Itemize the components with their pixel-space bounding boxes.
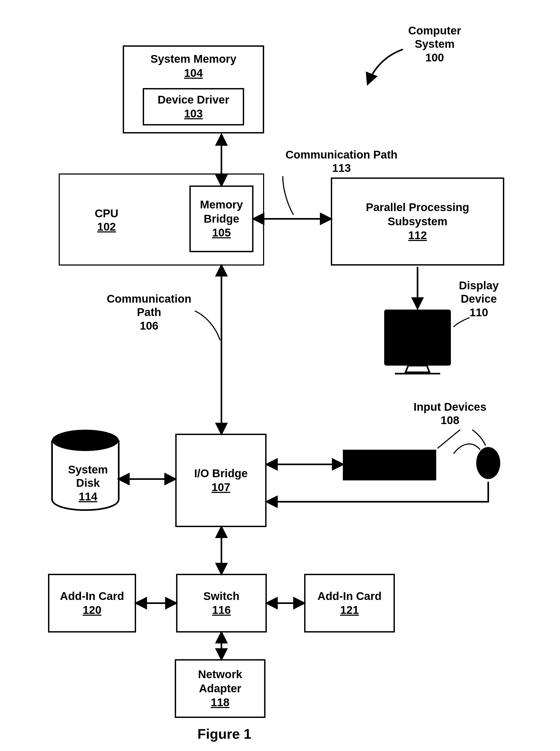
- addin-card-left-box: Add-In Card 120: [48, 574, 136, 633]
- addin-right-title: Add-In Card 121: [318, 589, 381, 617]
- input-devices-num: 108: [441, 414, 459, 427]
- svg-rect-4: [384, 310, 451, 365]
- memory-bridge-num: 105: [200, 226, 243, 240]
- switch-name: Switch: [203, 590, 239, 602]
- cpu-name: CPU: [95, 207, 118, 220]
- cpu-num: 102: [97, 220, 116, 233]
- svg-rect-5: [391, 316, 444, 359]
- comm-path-113-name: Communication Path: [285, 149, 398, 161]
- net-adapter-num: 118: [198, 695, 242, 710]
- network-adapter-title: Network Adapter 118: [198, 668, 242, 710]
- device-driver-box: Device Driver 103: [143, 88, 244, 125]
- addin-left-num: 120: [83, 604, 101, 616]
- addin-right-num: 121: [340, 604, 359, 616]
- addin-card-right-box: Add-In Card 121: [304, 574, 395, 633]
- system-disk-name1: System: [68, 463, 108, 476]
- comm-path-106-label: Communication Path 106: [107, 292, 191, 333]
- svg-point-15: [476, 447, 500, 479]
- display-device-name2: Device: [461, 293, 497, 305]
- comm-path-106-name2: Path: [137, 306, 161, 318]
- system-memory-num: 104: [184, 67, 203, 79]
- net-adapter-name2: Adapter: [198, 681, 242, 696]
- title-line1: Computer: [408, 24, 461, 37]
- system-memory-title: System Memory 104: [151, 52, 236, 80]
- arrows-overlay: [0, 0, 560, 751]
- switch-title: Switch 116: [203, 589, 239, 617]
- system-title-label: Computer System 100: [408, 24, 461, 64]
- io-bridge-num: 107: [212, 481, 230, 493]
- net-adapter-name1: Network: [198, 668, 242, 681]
- device-driver-title: Device Driver 103: [158, 93, 229, 121]
- pps-name1: Parallel Processing: [366, 200, 469, 215]
- input-devices-name: Input Devices: [414, 400, 486, 413]
- comm-path-106-name1: Communication: [107, 293, 191, 305]
- network-adapter-box: Network Adapter 118: [175, 659, 265, 718]
- input-devices-label: Input Devices 108: [414, 400, 486, 427]
- pps-num: 112: [366, 229, 469, 243]
- memory-bridge-name2: Bridge: [200, 212, 243, 226]
- memory-bridge-title: Memory Bridge 105: [200, 198, 243, 240]
- io-bridge-title: I/O Bridge 107: [194, 467, 248, 495]
- cpu-label: CPU 102: [95, 207, 118, 234]
- switch-box: Switch 116: [176, 574, 267, 633]
- comm-path-113-num: 113: [332, 162, 351, 174]
- svg-rect-10: [343, 450, 436, 480]
- addin-left-name: Add-In Card: [60, 590, 124, 602]
- memory-bridge-name1: Memory: [200, 198, 243, 212]
- io-bridge-name: I/O Bridge: [194, 467, 248, 479]
- system-disk-label: System Disk 114: [68, 463, 108, 503]
- comm-path-106-num: 106: [140, 319, 159, 332]
- device-driver-name: Device Driver: [158, 93, 229, 106]
- pps-name2: Subsystem: [366, 215, 469, 229]
- addin-right-name: Add-In Card: [318, 590, 381, 602]
- diagram-canvas: Computer System 100 System Memory 104 De…: [0, 0, 560, 751]
- pps-box: Parallel Processing Subsystem 112: [331, 177, 504, 265]
- title-line2: System: [415, 38, 454, 50]
- system-disk-num: 114: [79, 490, 97, 503]
- system-memory-name: System Memory: [151, 53, 236, 65]
- svg-point-7: [52, 430, 119, 451]
- display-device-name1: Display: [459, 279, 499, 292]
- title-num: 100: [425, 51, 444, 64]
- io-bridge-box: I/O Bridge 107: [175, 434, 266, 527]
- system-disk-name2: Disk: [76, 477, 100, 489]
- comm-path-113-label: Communication Path 113: [285, 148, 398, 175]
- display-device-num: 110: [469, 306, 488, 319]
- figure-caption: Figure 1: [197, 726, 251, 742]
- display-device-label: Display Device 110: [459, 279, 499, 319]
- addin-left-title: Add-In Card 120: [60, 589, 124, 617]
- memory-bridge-box: Memory Bridge 105: [189, 185, 254, 252]
- switch-num: 116: [212, 604, 231, 616]
- pps-title: Parallel Processing Subsystem 112: [366, 200, 469, 243]
- device-driver-num: 103: [184, 107, 203, 120]
